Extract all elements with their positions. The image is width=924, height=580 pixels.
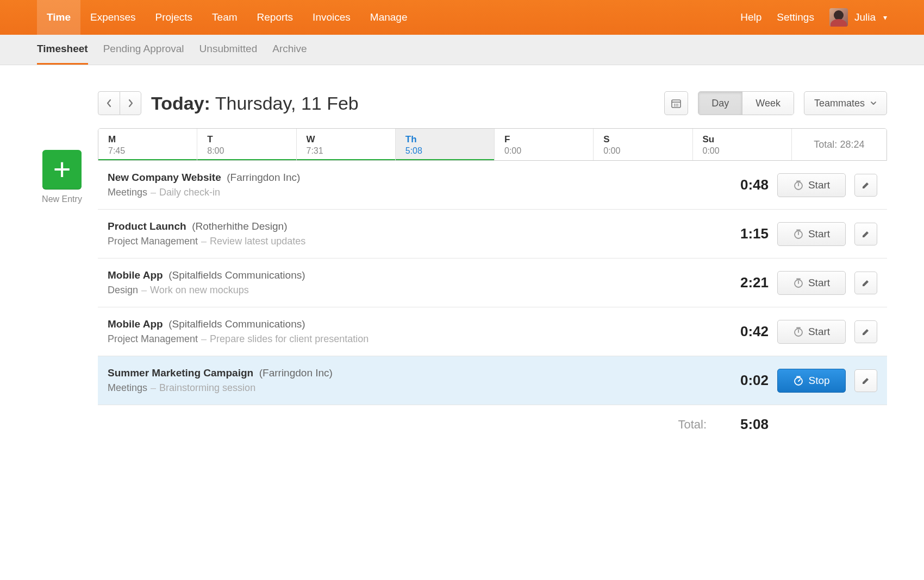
start-timer-button[interactable]: Start [777,222,846,246]
plus-icon: + [53,162,71,177]
new-entry-label: New Entry [42,194,82,204]
date-nav [98,91,141,115]
user-name: Julia [854,11,876,23]
start-timer-button[interactable]: Start [777,173,846,197]
entry-notes: Brainstorming session [159,382,255,393]
entry-client: (Farringdon Inc) [259,367,333,379]
nav-settings[interactable]: Settings [777,11,814,23]
edit-entry-button[interactable] [854,272,877,294]
stop-timer-button[interactable]: Stop [777,369,846,393]
stopwatch-icon [793,278,804,288]
teammates-label: Teammates [814,98,865,109]
entry-duration: 0:02 [720,372,769,389]
stopwatch-icon [793,326,804,337]
entry-duration: 1:15 [720,225,769,242]
entry-task: Meetings [108,382,147,393]
stopwatch-icon [793,180,804,191]
nav-reports[interactable]: Reports [247,0,303,35]
entry-notes: Review latest updates [210,236,305,247]
pencil-icon [861,230,870,238]
chevron-down-icon [870,100,877,106]
entries-list: New Company Website (Farringdon Inc) Mee… [98,161,887,405]
entry-project: Mobile App [108,318,163,330]
entry-notes: Work on new mockups [150,285,249,295]
pencil-icon [861,376,870,385]
time-entry: Mobile App (Spitalfields Communications)… [98,259,887,307]
entry-task: Meetings [108,187,147,198]
edit-entry-button[interactable] [854,223,877,245]
chevron-left-icon [106,99,113,108]
nav-invoices[interactable]: Invoices [303,0,360,35]
time-entry: Product Launch (Rotherhithe Design) Proj… [98,210,887,259]
time-entry: New Company Website (Farringdon Inc) Mee… [98,161,887,210]
calendar-button[interactable] [664,91,688,115]
entry-notes: Daily check-in [159,187,220,198]
nav-help[interactable]: Help [740,11,761,23]
day-monday[interactable]: M 7:45 [98,129,197,160]
view-day-button[interactable]: Day [698,92,742,115]
next-day-button[interactable] [120,91,141,115]
new-entry-button[interactable]: + [42,150,82,189]
subnav-pending-approval[interactable]: Pending Approval [103,35,184,65]
svg-point-7 [677,105,678,106]
subnav-timesheet[interactable]: Timesheet [37,35,88,65]
entry-client: (Spitalfields Communications) [168,269,305,281]
entry-task: Design [108,285,138,295]
edit-entry-button[interactable] [854,174,877,197]
svg-point-4 [677,104,678,105]
entry-duration: 0:42 [720,323,769,340]
pencil-icon [861,279,870,287]
day-thursday[interactable]: Th 5:08 [396,129,495,160]
nav-manage[interactable]: Manage [360,0,417,35]
svg-point-2 [674,104,675,105]
day-total-label: Total: [108,418,711,432]
nav-expenses[interactable]: Expenses [80,0,145,35]
week-strip: M 7:45 T 8:00 W 7:31 Th 5:08 F 0:00 S 0:… [98,128,887,161]
entry-project: Mobile App [108,269,163,281]
time-entry: Mobile App (Spitalfields Communications)… [98,307,887,356]
entry-notes: Prepare slides for client presentation [210,333,369,344]
sub-nav: Timesheet Pending Approval Unsubmitted A… [0,35,924,65]
day-tuesday[interactable]: T 8:00 [197,129,296,160]
stopwatch-icon [793,229,804,239]
pencil-icon [861,181,870,190]
entry-client: (Farringdon Inc) [227,172,300,183]
svg-line-21 [798,380,800,381]
day-total-row: Total: 5:08 [98,405,887,444]
start-timer-button[interactable]: Start [777,271,846,295]
user-menu[interactable]: Julia ▾ [829,8,887,27]
day-friday[interactable]: F 0:00 [495,129,594,160]
day-sunday[interactable]: Su 0:00 [693,129,792,160]
day-saturday[interactable]: S 0:00 [594,129,692,160]
entry-client: (Spitalfields Communications) [168,318,305,330]
nav-time[interactable]: Time [37,0,80,35]
top-nav: Time Expenses Projects Team Reports Invo… [0,0,924,35]
entry-duration: 0:48 [720,176,769,193]
entry-client: (Rotherhithe Design) [192,220,287,232]
nav-projects[interactable]: Projects [145,0,202,35]
prev-day-button[interactable] [98,91,120,115]
view-toggle: Day Week [698,91,794,115]
entry-task: Project Management [108,236,198,247]
pencil-icon [861,327,870,336]
subnav-unsubmitted[interactable]: Unsubmitted [199,35,258,65]
teammates-dropdown[interactable]: Teammates [804,91,887,115]
svg-point-6 [676,105,677,106]
avatar [829,8,848,27]
entry-project: Product Launch [108,220,186,232]
calendar-icon [671,98,682,109]
nav-team[interactable]: Team [202,0,247,35]
start-timer-button[interactable]: Start [777,320,846,344]
entry-duration: 2:21 [720,274,769,291]
subnav-archive[interactable]: Archive [272,35,307,65]
day-wednesday[interactable]: W 7:31 [297,129,396,160]
time-entry-running: Summer Marketing Campaign (Farringdon In… [98,356,887,405]
entry-project: New Company Website [108,172,221,183]
chevron-right-icon [127,99,134,108]
edit-entry-button[interactable] [854,320,877,343]
stopwatch-icon [793,375,804,386]
svg-point-5 [674,105,675,106]
edit-entry-button[interactable] [854,369,877,392]
date-title: Today: Thursday, 11 Feb [151,93,359,114]
view-week-button[interactable]: Week [742,92,794,115]
